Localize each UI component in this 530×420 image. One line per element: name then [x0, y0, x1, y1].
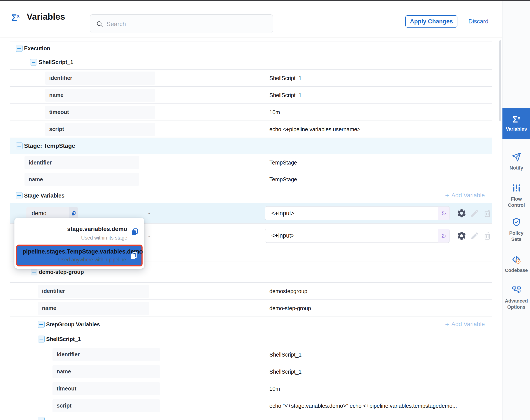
field-label-chip: identifier	[45, 72, 155, 85]
panel-header: Σx Variables Apply Changes Discard	[0, 1, 502, 37]
settings-gear-icon[interactable]	[456, 208, 467, 218]
apply-changes-button[interactable]: Apply Changes	[405, 15, 457, 28]
sidebar-item-notify[interactable]: Notify	[502, 150, 530, 173]
popup-item-subtitle: Used anywhere within pipeline	[58, 257, 126, 263]
group-label: ShellScript_1	[46, 336, 81, 342]
table-row-name-3: nameShellScript_1	[10, 87, 492, 104]
sidebar-item-variables[interactable]: ΣxVariables	[502, 108, 530, 139]
copy-icon[interactable]	[130, 227, 139, 237]
copy-icon[interactable]	[130, 251, 138, 261]
shield-check-icon	[512, 217, 521, 228]
variable-value-input[interactable]: <+input>Σx	[265, 229, 450, 243]
table-row-name-8: nameTempStage	[10, 171, 492, 188]
field-value: TempStage	[269, 176, 297, 183]
row-actions	[456, 208, 492, 218]
variable-value-input[interactable]: <+input>Σx	[265, 207, 450, 220]
add-variable-label: Add Variable	[451, 192, 485, 199]
sidebar-item-label: Advanced Options	[504, 298, 529, 310]
collapse-toggle-icon[interactable]	[16, 45, 23, 52]
add-variable-button[interactable]: +Add Variable	[445, 321, 485, 328]
group-label: Stage: TempStage	[24, 143, 75, 150]
field-label-chip: identifier	[25, 156, 139, 169]
field-label-chip: timeout	[52, 382, 160, 395]
table-row-partial-22	[10, 414, 492, 420]
search-input[interactable]	[106, 15, 269, 33]
sidebar-item-advanced-options[interactable]: Advanced Options	[502, 284, 530, 311]
field-label: script	[49, 126, 64, 132]
field-label-chip: timeout	[45, 106, 155, 119]
field-value: demostepgroup	[269, 288, 308, 294]
table-row-execution: Execution	[10, 42, 492, 55]
plus-icon: +	[445, 192, 449, 199]
field-label: name	[57, 368, 71, 375]
collapse-toggle-icon[interactable]	[38, 336, 44, 342]
field-value: ShellScript_1	[269, 92, 302, 98]
field-label-chip: name	[25, 173, 139, 186]
collapse-toggle-icon[interactable]	[16, 143, 23, 150]
page-title: Variables	[27, 12, 65, 22]
scrollbar-thumb[interactable]	[499, 40, 501, 121]
popup-item-title: pipeline.stages.TempStage.variables.demo	[23, 248, 143, 255]
edit-pencil-icon[interactable]	[470, 209, 479, 218]
table-row-identifier-18: identifierShellScript_1	[10, 346, 492, 363]
field-label-chip: script	[52, 399, 160, 412]
field-label: script	[57, 403, 72, 409]
sidebar-item-codebase[interactable]: Codebase	[502, 253, 530, 275]
copy-button[interactable]	[69, 207, 78, 220]
sidebar-item-flow-control[interactable]: Flow Control	[502, 182, 530, 209]
field-value: 10m	[269, 109, 280, 115]
table-row-name-15: namedemo-step-group	[10, 300, 492, 317]
sidebar-item-policy-sets[interactable]: Policy Sets	[502, 216, 530, 243]
field-value: TempStage	[269, 160, 297, 166]
field-value: ShellScript_1	[269, 75, 302, 81]
table-row-script-21: scriptecho "<+stage.variables.demo>" ech…	[10, 397, 492, 414]
table-row-identifier-7: identifierTempStage	[10, 154, 492, 171]
settings-gear-icon[interactable]	[456, 231, 467, 241]
field-label-chip: name	[52, 365, 160, 378]
table-row-timeout-20: timeout10m	[10, 380, 492, 397]
right-sidebar: ΣxVariablesNotifyFlow ControlPolicy Sets…	[502, 1, 530, 420]
row-actions	[456, 231, 492, 241]
search-box[interactable]	[90, 15, 273, 33]
table-row-identifier-2: identifierShellScript_1	[10, 70, 492, 87]
sidebar-item-label: Notify	[504, 165, 529, 171]
field-label-chip: identifier	[52, 348, 160, 361]
field-value: demo-step-group	[269, 305, 311, 311]
runtime-input-sigma-button[interactable]: Σx	[438, 229, 450, 242]
edit-pencil-icon[interactable]	[470, 231, 479, 240]
sigma-icon: Σx	[513, 115, 520, 124]
variable-name-text: demo	[32, 210, 46, 217]
discard-button[interactable]: Discard	[465, 15, 491, 28]
group-label: ShellScript_1	[39, 59, 73, 65]
variable-name-input[interactable]: demo	[26, 207, 78, 220]
sidebar-item-label: Policy Sets	[504, 230, 529, 242]
group-label: StepGroup Variables	[46, 321, 100, 328]
collapse-toggle-icon[interactable]	[30, 59, 37, 66]
popup-item-stage-variables-demo[interactable]: stage.variables.demoUsed within its stag…	[15, 220, 144, 243]
table-row-shellscript-1: ShellScript_1	[10, 55, 492, 70]
collapse-toggle-icon[interactable]	[38, 417, 44, 420]
collapse-toggle-icon[interactable]	[16, 192, 23, 199]
collapse-toggle-icon[interactable]	[38, 321, 44, 328]
field-label-chip: script	[45, 123, 155, 136]
delete-trash-icon[interactable]	[483, 209, 492, 218]
popup-item-pipeline-stages-tempstage-variables-demo[interactable]: pipeline.stages.TempStage.variables.demo…	[16, 245, 143, 267]
add-variable-button[interactable]: +Add Variable	[445, 192, 485, 199]
group-label: demo-step-group	[39, 269, 84, 275]
sigma-icon: Σx	[11, 13, 19, 22]
field-label-chip: identifier	[38, 285, 149, 298]
group-label: Stage Variables	[24, 192, 64, 199]
field-label: identifier	[57, 351, 80, 358]
variable-value-text: <+input>	[271, 232, 294, 239]
runtime-input-sigma-button[interactable]: Σx	[438, 207, 450, 220]
paper-plane-icon	[512, 152, 521, 163]
variables-panel: Σx Variables Apply Changes Discard Execu…	[0, 0, 530, 420]
plus-icon: +	[445, 321, 449, 328]
table-row-identifier-14: identifierdemostepgroup	[10, 283, 492, 300]
delete-trash-icon[interactable]	[483, 231, 492, 240]
field-label: identifier	[29, 160, 52, 166]
variable-value-text: <+input>	[271, 210, 294, 217]
collapse-toggle-icon[interactable]	[31, 269, 37, 275]
field-label: name	[42, 305, 56, 311]
popup-item-subtitle: Used within its stage	[81, 235, 127, 241]
